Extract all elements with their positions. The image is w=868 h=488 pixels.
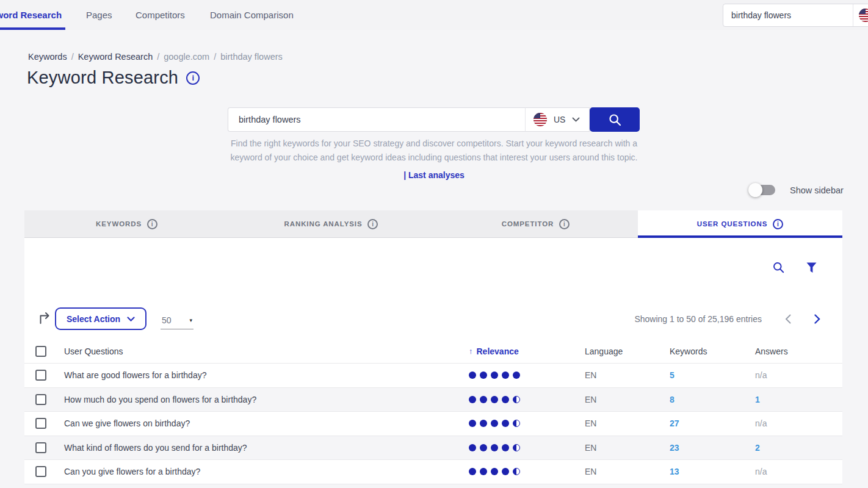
breadcrumb-keywords[interactable]: Keywords — [28, 52, 67, 62]
answers-cell[interactable]: 2 — [750, 443, 842, 453]
row-checkbox[interactable] — [35, 370, 46, 381]
table-body: What are good flowers for a birthday? EN… — [24, 363, 842, 488]
select-action-label: Select Action — [67, 314, 120, 324]
table-row-partial — [24, 484, 842, 488]
description-text: iFind the right keywords for your SEO st… — [159, 137, 709, 182]
language-cell: EN — [580, 395, 665, 404]
show-sidebar-toggle[interactable] — [750, 185, 775, 195]
search-divider — [853, 4, 853, 26]
info-icon[interactable]: i — [367, 219, 378, 229]
relevance-dot — [469, 468, 476, 475]
table-row: Can you give flowers for a birthday? EN … — [24, 459, 842, 484]
tab-label: RANKING ANALYSIS — [284, 220, 363, 228]
tab-user-questions[interactable]: USER QUESTIONS i — [638, 210, 842, 238]
answers-cell: n/a — [750, 418, 842, 428]
page-title: Keyword Research — [27, 68, 178, 88]
global-search-input[interactable] — [723, 4, 853, 26]
answers-cell: n/a — [750, 370, 842, 380]
relevance-dot — [513, 396, 520, 403]
table-filter-button[interactable] — [806, 262, 817, 273]
keywords-link[interactable]: 8 — [665, 395, 750, 404]
relevance-dot — [469, 420, 476, 427]
relevance-dot — [513, 444, 520, 451]
country-selector[interactable]: US — [525, 107, 590, 132]
topnav-item-domain-comparison[interactable]: Domain Comparison — [210, 0, 294, 30]
tab-label: COMPETITOR — [502, 220, 554, 228]
header-keywords: Keywords — [665, 346, 750, 356]
select-action-button[interactable]: Select Action — [55, 307, 146, 330]
header-relevance-sort[interactable]: ↑ Relevance — [464, 346, 580, 356]
keyword-search-bar: US — [228, 107, 640, 132]
export-button[interactable] — [38, 310, 52, 325]
relevance-dot — [469, 371, 476, 379]
breadcrumb-separator: / — [71, 52, 74, 62]
info-icon[interactable]: i — [773, 219, 783, 229]
breadcrumb: Keywords / Keyword Research / google.com… — [28, 52, 283, 62]
language-cell: EN — [580, 370, 665, 380]
relevance-dots — [469, 468, 580, 475]
relevance-dots — [469, 396, 580, 403]
relevance-dot — [491, 468, 498, 475]
answers-cell[interactable]: 1 — [750, 395, 842, 404]
row-checkbox[interactable] — [35, 466, 46, 477]
tab-keywords[interactable]: KEYWORDS i — [24, 210, 229, 238]
description-line-1: Find the right keywords for your SEO str… — [231, 138, 637, 148]
previous-page-button[interactable] — [785, 314, 791, 324]
title-info-icon[interactable]: i — [186, 71, 200, 85]
relevance-dots — [469, 444, 580, 451]
info-icon[interactable]: i — [147, 219, 157, 229]
relevance-dot — [513, 371, 520, 379]
keywords-link[interactable]: 27 — [665, 418, 750, 428]
relevance-dot — [502, 468, 509, 475]
relevance-dot — [502, 444, 509, 451]
table-header: User Questions ↑ Relevance Language Keyw… — [24, 339, 842, 363]
table-row: What are good flowers for a birthday? EN… — [24, 363, 842, 387]
keywords-link[interactable]: 5 — [665, 370, 750, 380]
caret-down-icon: ▾ — [189, 317, 192, 323]
row-checkbox[interactable] — [35, 394, 46, 405]
us-flag-icon — [859, 9, 868, 22]
page-size-select[interactable]: 50 ▾ — [161, 312, 193, 329]
answers-cell: n/a — [750, 467, 842, 476]
question-cell: What are good flowers for a birthday? — [59, 370, 464, 380]
breadcrumb-separator: / — [214, 52, 216, 62]
keywords-link[interactable]: 13 — [665, 467, 750, 476]
row-checkbox[interactable] — [35, 418, 46, 429]
relevance-dot — [469, 444, 476, 451]
topnav-item-pages[interactable]: Pages — [86, 0, 112, 30]
keywords-link[interactable]: 23 — [665, 443, 750, 453]
us-flag-icon — [533, 113, 547, 126]
topnav-item-keyword-research[interactable]: Keyword Research — [0, 0, 62, 30]
tab-label: KEYWORDS — [96, 220, 142, 228]
toggle-knob — [748, 183, 762, 197]
next-page-button[interactable] — [814, 314, 820, 324]
relevance-dot — [502, 396, 509, 403]
info-icon[interactable]: i — [559, 219, 570, 229]
keyword-input[interactable] — [228, 107, 525, 132]
last-analyses-link[interactable]: | Last analyses — [159, 168, 709, 182]
relevance-dot — [480, 444, 487, 451]
tab-ranking-analysis[interactable]: RANKING ANALYSIS i — [229, 210, 433, 238]
showing-entries-text: Showing 1 to 50 of 25,196 entries — [634, 314, 762, 324]
topnav-item-competitors[interactable]: Competitors — [136, 0, 185, 30]
breadcrumb-keyword-research[interactable]: Keyword Research — [78, 52, 153, 62]
question-cell: Can we give flowers on birthday? — [59, 418, 464, 428]
tab-competitor[interactable]: COMPETITOR i — [433, 210, 638, 238]
relevance-dot — [491, 371, 498, 379]
keyword-research-page: Keyword Research Pages Competitors Domai… — [0, 0, 868, 488]
search-button[interactable] — [590, 107, 640, 132]
breadcrumb-google-com[interactable]: google.com — [164, 52, 209, 62]
table-row: How much do you spend on flowers for a b… — [24, 387, 842, 412]
language-cell: EN — [580, 467, 665, 476]
row-checkbox[interactable] — [35, 442, 46, 453]
select-all-checkbox[interactable] — [35, 346, 46, 357]
question-cell: How much do you spend on flowers for a b… — [59, 395, 464, 404]
show-sidebar-label: Show sidebar — [790, 185, 844, 195]
chevron-down-icon — [572, 117, 580, 122]
results-card: KEYWORDS i RANKING ANALYSIS i COMPETITOR… — [24, 210, 842, 488]
table-search-button[interactable] — [773, 262, 784, 273]
chevron-left-icon — [785, 314, 791, 324]
description-line-2: keyword of your choice and get keyword i… — [159, 151, 709, 165]
question-cell: What kind of flowers do you send for a b… — [59, 443, 464, 453]
relevance-dot — [513, 468, 520, 475]
